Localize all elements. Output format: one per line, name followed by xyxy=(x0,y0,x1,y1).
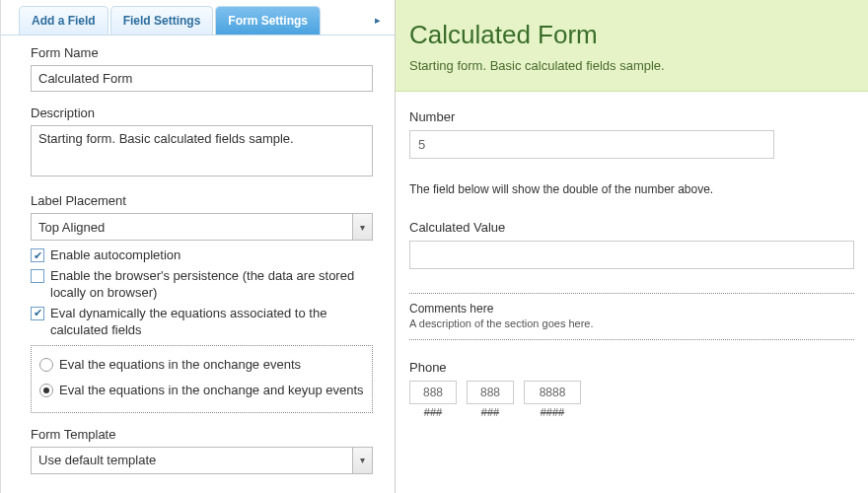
checkbox-autocompletion[interactable]: ✔ Enable autocompletion xyxy=(31,246,373,264)
description-textarea[interactable]: Starting form. Basic calculated fields s… xyxy=(31,125,373,176)
eval-mode-group: Eval the equations in the onchange event… xyxy=(31,345,373,413)
section-description: A description of the section goes here. xyxy=(409,317,854,329)
phone-part-2-input[interactable] xyxy=(467,381,514,404)
radio-unchecked-icon xyxy=(39,358,53,372)
radio-eval-onchange-keyup[interactable]: Eval the equations in the onchange and k… xyxy=(39,382,364,399)
checkbox-persistence-label: Enable the browser's persistence (the da… xyxy=(50,267,373,302)
settings-panel: Add a Field Field Settings Form Settings… xyxy=(0,0,395,493)
tabs-scroll-right-icon[interactable]: ▸ xyxy=(371,6,385,35)
section-title: Comments here xyxy=(409,302,854,316)
number-input[interactable] xyxy=(409,130,774,159)
phone-part-1-hint: ### xyxy=(424,406,442,418)
preview-number-field: Number xyxy=(409,109,854,159)
preview-phone-field: Phone ### ### #### xyxy=(409,360,854,418)
label-placement-select[interactable]: Top Aligned ▾ xyxy=(31,213,373,241)
checkbox-eval-dynamic[interactable]: ✔ Eval dynamically the equations associa… xyxy=(31,305,373,339)
tab-form-settings[interactable]: Form Settings xyxy=(215,6,321,35)
number-note: The field below will show the double of … xyxy=(409,182,854,196)
checkbox-eval-dynamic-label: Eval dynamically the equations associate… xyxy=(50,305,373,339)
form-preview-title: Calculated Form xyxy=(409,20,854,50)
form-name-input[interactable] xyxy=(31,65,373,92)
checkbox-checked-icon: ✔ xyxy=(31,307,44,320)
checkbox-unchecked-icon xyxy=(31,269,44,283)
radio-eval-onchange-keyup-label: Eval the equations in the onchange and k… xyxy=(59,382,364,399)
form-header: Calculated Form Starting form. Basic cal… xyxy=(396,0,868,92)
phone-label: Phone xyxy=(409,360,854,375)
description-label: Description xyxy=(31,106,373,120)
number-label: Number xyxy=(409,109,854,124)
tab-add-field[interactable]: Add a Field xyxy=(19,6,108,35)
preview-calculated-field: Calculated Value xyxy=(409,220,854,269)
radio-checked-icon xyxy=(39,384,53,397)
settings-tabs: Add a Field Field Settings Form Settings… xyxy=(1,0,395,35)
label-placement-label: Label Placement xyxy=(31,193,373,208)
preview-section: Comments here A description of the secti… xyxy=(409,293,854,340)
label-placement-value: Top Aligned xyxy=(32,215,352,240)
form-name-label: Form Name xyxy=(31,45,373,60)
tab-field-settings[interactable]: Field Settings xyxy=(110,6,214,35)
form-template-select[interactable]: Use default template ▾ xyxy=(31,447,373,474)
form-preview: Calculated Form Starting form. Basic cal… xyxy=(395,0,868,493)
form-template-label: Form Template xyxy=(31,427,373,442)
radio-eval-onchange-label: Eval the equations in the onchange event… xyxy=(59,356,301,374)
calculated-value-label: Calculated Value xyxy=(409,220,854,235)
phone-part-2-hint: ### xyxy=(481,406,499,418)
checkbox-autocompletion-label: Enable autocompletion xyxy=(50,246,181,264)
checkbox-persistence[interactable]: Enable the browser's persistence (the da… xyxy=(31,267,373,302)
radio-eval-onchange[interactable]: Eval the equations in the onchange event… xyxy=(39,356,364,374)
chevron-down-icon: ▾ xyxy=(352,214,372,240)
checkbox-checked-icon: ✔ xyxy=(31,248,44,262)
phone-part-1-input[interactable] xyxy=(409,381,457,404)
chevron-down-icon: ▾ xyxy=(352,448,372,473)
calculated-value-input[interactable] xyxy=(409,241,854,269)
phone-part-3-hint: #### xyxy=(541,406,564,418)
phone-part-3-input[interactable] xyxy=(524,381,581,404)
form-preview-description: Starting form. Basic calculated fields s… xyxy=(409,58,854,73)
form-template-value: Use default template xyxy=(32,448,352,472)
